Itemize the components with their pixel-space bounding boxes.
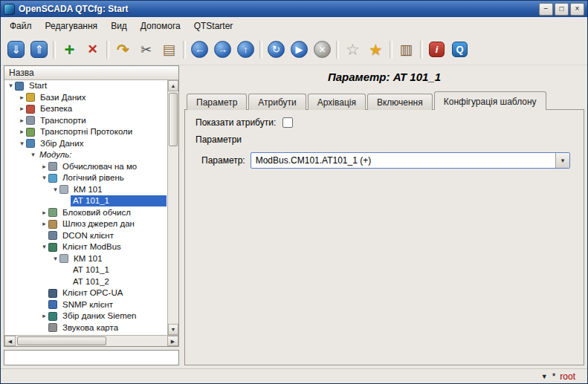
tree-item-label: Start [27, 80, 49, 91]
horizontal-scroll-track[interactable] [16, 336, 167, 346]
tree-item[interactable]: Клієнт ModBus [4, 241, 167, 253]
tree-item[interactable]: КМ 101 [4, 184, 167, 196]
tree-item[interactable]: Логічний рівень [4, 172, 167, 184]
menu-item[interactable]: Файл [3, 19, 39, 33]
status-expand-icon[interactable]: ▼ [541, 373, 548, 380]
tree-item[interactable]: Обчислювач на мо [4, 161, 167, 173]
tree-item[interactable]: Збір Даних [4, 138, 167, 150]
about-qt-button[interactable]: Q [448, 38, 471, 61]
expander-icon [18, 92, 26, 103]
up-button[interactable]: ↑ [234, 38, 257, 61]
vertical-scrollbar[interactable]: ▲ ▼ [167, 80, 178, 335]
tree-item[interactable]: АТ 101_1 [4, 264, 167, 276]
expander-icon [7, 80, 15, 91]
menu-item[interactable]: Допомога [134, 19, 187, 33]
tree-item-icon [26, 139, 35, 148]
tree-item-icon [48, 323, 57, 332]
tab-bar: ПараметрАтрибутиАрхіваціяВключенняКонфіг… [184, 91, 584, 110]
forward-button[interactable]: → [211, 38, 234, 61]
tree-filter-input[interactable] [4, 350, 179, 365]
tree-item-icon [26, 116, 35, 125]
tab[interactable]: Конфігурація шаблону [434, 91, 546, 110]
paste-item-button[interactable]: ▤ [158, 38, 181, 61]
tree-item[interactable]: Транспорти [4, 115, 167, 127]
delete-cross-icon: ✕ [87, 42, 97, 57]
tree-item[interactable]: Звукова карта [4, 322, 167, 334]
tree-item-icon [15, 82, 24, 91]
manual-button[interactable]: ▥ [395, 38, 418, 61]
close-button[interactable]: × [570, 3, 584, 16]
tree-item[interactable]: АТ 101_1 [4, 195, 167, 207]
parameter-combobox[interactable]: ModBus.CM101.AT101_1 (+) [251, 152, 570, 169]
load-db-button[interactable]: ⇓ [4, 38, 28, 61]
chevron-down-icon[interactable] [555, 153, 569, 168]
tree-item[interactable]: Збір даних Siemen [4, 310, 167, 322]
minimize-button[interactable]: − [539, 3, 553, 16]
tree-item-icon [48, 231, 57, 240]
scroll-down-icon[interactable]: ▼ [168, 324, 178, 335]
tree-item-label: АТ 101_1 [71, 264, 112, 276]
application-window: OpenSCADA QTCfg: Start −□× ФайлРедагуван… [0, 0, 588, 384]
toolbar-separator [104, 38, 112, 61]
maximize-button[interactable]: □ [555, 3, 569, 16]
tree-item[interactable]: Модуль: [4, 149, 167, 161]
cut-item-button[interactable]: ✂ [135, 38, 158, 61]
tree-item[interactable]: Клієнт OPC-UA [4, 287, 167, 299]
tree-item[interactable]: Безпека [4, 103, 167, 115]
menu-item[interactable]: Редагування [39, 19, 105, 33]
horizontal-scrollbar[interactable]: ◀ ▶ [4, 335, 178, 346]
tree-item-label: DCON клієнт [60, 230, 116, 241]
title-bar[interactable]: OpenSCADA QTCfg: Start −□× [1, 1, 587, 17]
tree-item[interactable]: Start [4, 80, 167, 92]
scroll-right-icon[interactable]: ▶ [167, 336, 178, 346]
stop-button[interactable]: ✕ [311, 38, 334, 61]
tree-item-icon [48, 243, 57, 252]
tab[interactable]: Параметр [187, 94, 247, 110]
add-item-button[interactable]: + [58, 38, 81, 61]
favorite-add-button[interactable]: ☆ [341, 38, 364, 61]
delete-item-button[interactable]: ✕ [81, 38, 104, 61]
tree-item[interactable]: Транспортні Протоколи [4, 126, 167, 138]
tab[interactable]: Атрибути [248, 94, 306, 110]
tree-item[interactable]: Блоковий обчисл [4, 207, 167, 219]
main-area: Назва Start Бази Даних [1, 65, 587, 368]
refresh-icon: ↻ [268, 41, 285, 58]
tree-item[interactable]: Бази Даних [4, 92, 167, 104]
tree-item[interactable]: SNMP клієнт [4, 299, 167, 311]
expander-icon [40, 172, 48, 183]
tab[interactable]: Архівація [308, 94, 366, 110]
about-button[interactable]: i [425, 38, 448, 61]
expander-icon [40, 241, 48, 253]
navigation-panel: Назва Start Бази Даних [4, 65, 179, 365]
refresh-button[interactable]: ↻ [265, 38, 288, 61]
tree: Start Бази Даних Безпека [4, 80, 167, 335]
tree-item[interactable]: Шлюз джерел дан [4, 218, 167, 230]
tree-item-icon [59, 254, 68, 263]
tree-item[interactable]: АТ 101_2 [4, 276, 167, 288]
vertical-scroll-track[interactable] [168, 91, 178, 324]
start-button[interactable]: ▶ [288, 38, 311, 61]
expander-icon [29, 149, 37, 160]
scroll-up-icon[interactable]: ▲ [168, 80, 178, 91]
back-button[interactable]: ← [188, 38, 211, 61]
tree-item[interactable]: КМ 101 [4, 253, 167, 265]
tree-item-icon [48, 162, 57, 171]
menu-item[interactable]: QTStarter [187, 19, 240, 33]
scroll-left-icon[interactable]: ◀ [4, 336, 16, 346]
tree-item-icon [59, 185, 68, 194]
save-db-button[interactable]: ⇑ [28, 38, 51, 61]
tab[interactable]: Включення [367, 94, 433, 110]
menu-item[interactable]: Вид [104, 19, 134, 33]
copy-item-button[interactable]: ↷ [112, 38, 135, 61]
show-attributes-checkbox[interactable] [282, 117, 293, 128]
info-icon: i [429, 42, 445, 57]
tree-item[interactable]: DCON клієнт [4, 230, 167, 242]
tree-column-header[interactable]: Назва [4, 66, 178, 80]
show-attributes-label: Показати атрибути: [196, 117, 276, 128]
horizontal-scroll-thumb[interactable] [17, 336, 106, 345]
qt-icon: Q [452, 42, 468, 57]
tree-widget: Назва Start Бази Даних [4, 65, 179, 347]
vertical-scroll-thumb[interactable] [169, 93, 178, 146]
favorites-button[interactable]: ★ [364, 38, 387, 61]
tree-body: Start Бази Даних Безпека [4, 80, 178, 335]
